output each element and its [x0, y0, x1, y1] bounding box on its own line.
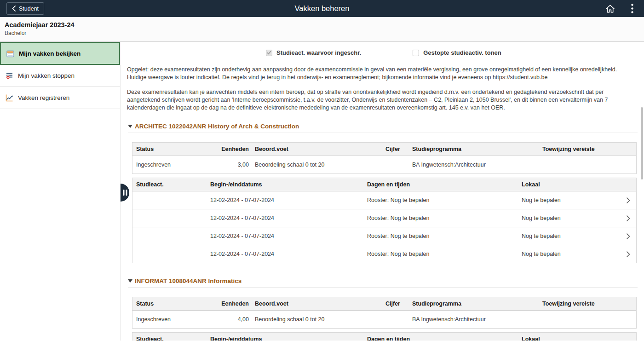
schedule-row[interactable]: 12-02-2024 - 07-07-2024 Rooster: Nog te … — [132, 227, 636, 245]
dagen-value: Rooster: Nog te bepalen — [367, 245, 522, 263]
schedule-row[interactable]: 12-02-2024 - 07-07-2024 Rooster: Nog te … — [132, 245, 636, 263]
toewijzing-value — [542, 159, 636, 170]
sidebar-item-vakken-registreren[interactable]: Vakken registreren — [0, 87, 120, 109]
chart-icon — [6, 94, 13, 102]
dagen-value: Rooster: Nog te bepalen — [367, 227, 522, 245]
studieprogramma-value: BA Ingwetensch:Architectuur — [400, 311, 542, 328]
dates-value: 12-02-2024 - 07-07-2024 — [210, 191, 367, 209]
chevron-right-icon[interactable] — [621, 251, 636, 257]
course-title: ARCHITEC 1022042ANR History of Arch & Co… — [135, 123, 299, 130]
pause-bars-icon — [123, 190, 127, 196]
cijfer-value — [385, 159, 400, 170]
sidebar: Mijn vakken bekijken Mijn vakken stoppen… — [0, 42, 121, 341]
chevron-right-icon[interactable] — [621, 215, 636, 221]
sidebar-item-label: Vakken registreren — [18, 94, 69, 101]
schedule-row[interactable]: 12-02-2024 - 07-07-2024 Rooster: Nog te … — [132, 209, 636, 227]
col-studieact: Studieact. — [132, 333, 210, 341]
course-header[interactable]: ARCHITEC 1022042ANR History of Arch & Co… — [128, 123, 638, 133]
schedule-row[interactable]: 12-02-2024 - 07-07-2024 Rooster: Nog te … — [132, 191, 636, 209]
exam-disclaimer-text: Opgelet: deze examenresultaten zijn onde… — [127, 66, 638, 82]
lokaal-value: Nog te bepalen — [522, 245, 621, 263]
context-header: Academiejaar 2023-24 Bachelor — [0, 17, 644, 42]
course-section-architec: ARCHITEC 1022042ANR History of Arch & Co… — [127, 123, 638, 263]
sidebar-item-mijn-vakken-stoppen[interactable]: Mijn vakken stoppen — [0, 65, 120, 87]
sidebar-item-label: Mijn vakken stoppen — [18, 72, 75, 79]
top-bar: Student Vakken beheren — [0, 0, 644, 17]
studieprogramma-value: BA Ingwetensch:Architectuur — [400, 156, 542, 173]
sidebar-item-mijn-vakken-bekijken[interactable]: Mijn vakken bekijken — [0, 42, 120, 65]
col-toewijzing: Toewijzing vereiste — [542, 297, 636, 310]
filter-row: Studieact. waarvoor ingeschr. Gestopte s… — [127, 49, 638, 56]
dates-value: 12-02-2024 - 07-07-2024 — [210, 209, 367, 227]
col-studieprogramma: Studieprogramma — [400, 297, 542, 310]
collapse-triangle-icon — [128, 125, 132, 128]
col-eenheden: Eenheden — [192, 143, 249, 156]
col-datums: Begin-/einddatums — [210, 178, 367, 191]
col-toewijzing: Toewijzing vereiste — [542, 143, 636, 156]
calendar-icon — [6, 50, 14, 58]
col-dagen: Dagen en tijden — [367, 333, 522, 341]
status-value: Ingeschreven — [132, 156, 192, 173]
collapse-triangle-icon — [128, 279, 132, 283]
col-status: Status — [132, 143, 192, 156]
enrolled-filter: Studieact. waarvoor ingeschr. — [266, 49, 361, 56]
vertical-scrollbar-thumb[interactable] — [641, 107, 643, 179]
enrolled-checkbox[interactable] — [266, 50, 272, 56]
dates-value: 12-02-2024 - 07-07-2024 — [210, 227, 367, 245]
chevron-left-icon — [12, 6, 16, 12]
eenheden-value: 4,00 — [192, 311, 249, 328]
col-beoordvoet: Beoord.voet — [249, 143, 385, 156]
status-table-header: Status Eenheden Beoord.voet Cijfer Studi… — [132, 297, 636, 311]
chevron-right-icon[interactable] — [621, 233, 636, 239]
col-datums: Begin-/einddatums — [210, 333, 367, 341]
status-row: Ingeschreven 3,00 Beoordeling schaal 0 t… — [132, 156, 636, 173]
page-title: Vakken beheren — [0, 4, 644, 13]
schedule-table: Studieact. Begin-/einddatums Dagen en ti… — [132, 178, 637, 263]
dagen-value: Rooster: Nog te bepalen — [367, 191, 522, 209]
content-panel: Studieact. waarvoor ingeschr. Gestopte s… — [121, 42, 644, 341]
dropped-checkbox[interactable] — [413, 50, 419, 56]
beoordvoet-value: Beoordeling schaal 0 tot 20 — [249, 311, 385, 328]
col-cijfer: Cijfer — [385, 297, 400, 310]
status-table: Status Eenheden Beoord.voet Cijfer Studi… — [132, 142, 637, 174]
col-lokaal: Lokaal — [522, 178, 621, 191]
lokaal-value: Nog te bepalen — [522, 227, 621, 245]
course-title: INFORMAT 1008044ANR Informatics — [135, 277, 242, 284]
career-subtitle: Bachelor — [5, 30, 644, 36]
back-button-label: Student — [19, 6, 39, 12]
vakken-beheren-page: Student Vakken beheren Academiejaar 2023… — [0, 0, 644, 341]
status-table: Status Eenheden Beoord.voet Cijfer Studi… — [132, 297, 637, 329]
chevron-right-icon[interactable] — [621, 197, 636, 203]
academic-year-title: Academiejaar 2023-24 — [5, 21, 644, 29]
sidebar-item-label: Mijn vakken bekijken — [19, 50, 80, 57]
stop-list-icon — [6, 72, 13, 80]
dates-value: 12-02-2024 - 07-07-2024 — [210, 245, 367, 263]
col-eenheden: Eenheden — [192, 297, 249, 310]
col-lokaal: Lokaal — [522, 333, 621, 341]
col-studieact: Studieact. — [132, 178, 210, 191]
toewijzing-value — [542, 314, 636, 325]
eenheden-value: 3,00 — [192, 156, 249, 173]
cijfer-value — [385, 314, 400, 325]
col-studieprogramma: Studieprogramma — [400, 143, 542, 156]
status-row: Ingeschreven 4,00 Beoordeling schaal 0 t… — [132, 311, 636, 328]
schedule-table-header: Studieact. Begin-/einddatums Dagen en ti… — [132, 333, 636, 341]
appeal-procedure-text: Deze examenresultaten kan je aanvechten … — [127, 88, 638, 112]
col-dagen: Dagen en tijden — [367, 178, 522, 191]
home-icon[interactable] — [604, 3, 615, 14]
lokaal-value: Nog te bepalen — [522, 209, 621, 227]
status-table-header: Status Eenheden Beoord.voet Cijfer Studi… — [132, 143, 636, 156]
beoordvoet-value: Beoordeling schaal 0 tot 20 — [249, 156, 385, 173]
status-value: Ingeschreven — [132, 311, 192, 328]
course-header[interactable]: INFORMAT 1008044ANR Informatics — [128, 277, 638, 288]
schedule-table-header: Studieact. Begin-/einddatums Dagen en ti… — [132, 178, 636, 191]
col-status: Status — [132, 297, 192, 310]
enrolled-checkbox-label: Studieact. waarvoor ingeschr. — [276, 49, 361, 56]
dagen-value: Rooster: Nog te bepalen — [367, 209, 522, 227]
lokaal-value: Nog te bepalen — [522, 191, 621, 209]
back-button[interactable]: Student — [6, 2, 44, 15]
col-beoordvoet: Beoord.voet — [249, 297, 385, 310]
schedule-table: Studieact. Begin-/einddatums Dagen en ti… — [132, 332, 637, 341]
more-actions-icon[interactable] — [627, 3, 638, 14]
dropped-filter: Gestopte studieactiv. tonen — [413, 49, 501, 56]
